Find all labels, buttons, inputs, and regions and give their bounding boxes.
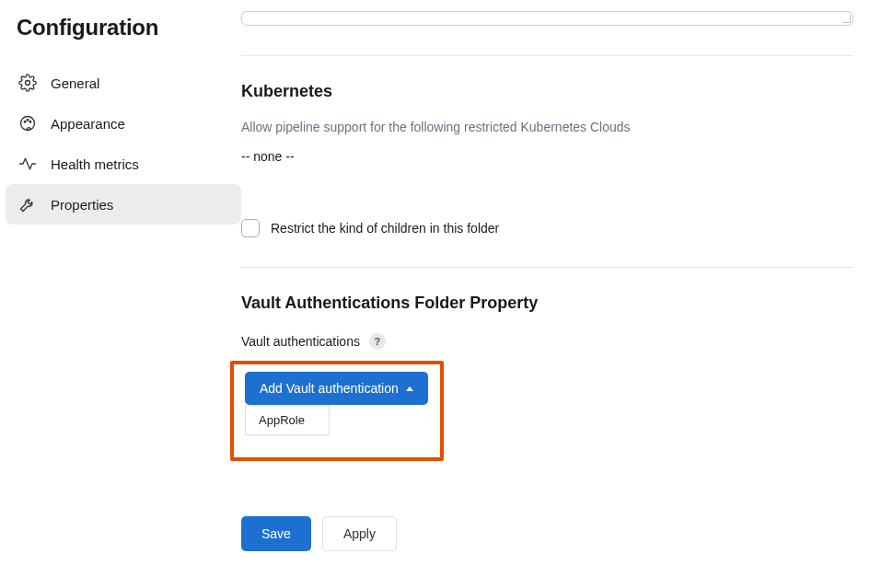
kubernetes-empty: -- none -- [241,149,853,164]
previous-textarea-remnant[interactable] [241,11,853,26]
help-icon[interactable]: ? [369,333,386,350]
svg-point-2 [24,121,26,123]
main-content: Kubernetes Allow pipeline support for th… [241,11,870,551]
restrict-children-row: Restrict the kind of children in this fo… [241,219,853,237]
add-vault-auth-highlight: Add Vault authentication AppRole [230,361,444,461]
section-title-vault: Vault Authentications Folder Property [241,294,853,313]
add-vault-authentication-label: Add Vault authentication [260,381,399,396]
footer-actions: Save Apply [241,516,853,551]
divider [241,55,853,56]
caret-up-icon [406,386,413,391]
restrict-children-checkbox[interactable] [241,219,260,237]
kubernetes-description: Allow pipeline support for the following… [241,120,853,134]
sidebar-item-appearance[interactable]: Appearance [6,103,241,144]
sidebar-item-general[interactable]: General [6,63,241,103]
activity-icon [18,155,37,173]
sidebar-item-label: General [51,75,99,91]
apply-button[interactable]: Apply [322,516,397,551]
sidebar-item-label: Properties [51,197,113,213]
save-button[interactable]: Save [241,516,311,551]
sidebar-item-label: Health metrics [51,156,139,172]
sidebar-item-label: Appearance [51,116,125,132]
svg-point-0 [26,81,30,86]
vault-authentications-label-row: Vault authentications ? [241,333,853,350]
add-vault-authentication-button[interactable]: Add Vault authentication [245,372,428,405]
sidebar-item-properties[interactable]: Properties [6,184,241,225]
sidebar-item-health-metrics[interactable]: Health metrics [6,144,241,184]
palette-icon [18,114,37,133]
gear-icon [18,74,37,92]
vault-auth-option-approle[interactable]: AppRole [246,406,329,434]
vault-auth-dropdown: AppRole [245,405,330,435]
svg-point-3 [27,119,29,121]
wrench-icon [18,195,37,213]
page-title: Configuration [17,15,241,40]
divider [241,267,853,268]
restrict-children-label: Restrict the kind of children in this fo… [271,221,499,236]
sidebar: Configuration General Appearance Health … [17,11,241,551]
sidebar-nav: General Appearance Health metrics Proper… [6,63,241,225]
vault-authentications-label: Vault authentications [241,334,360,349]
svg-point-4 [29,121,31,123]
section-title-kubernetes: Kubernetes [241,82,853,101]
